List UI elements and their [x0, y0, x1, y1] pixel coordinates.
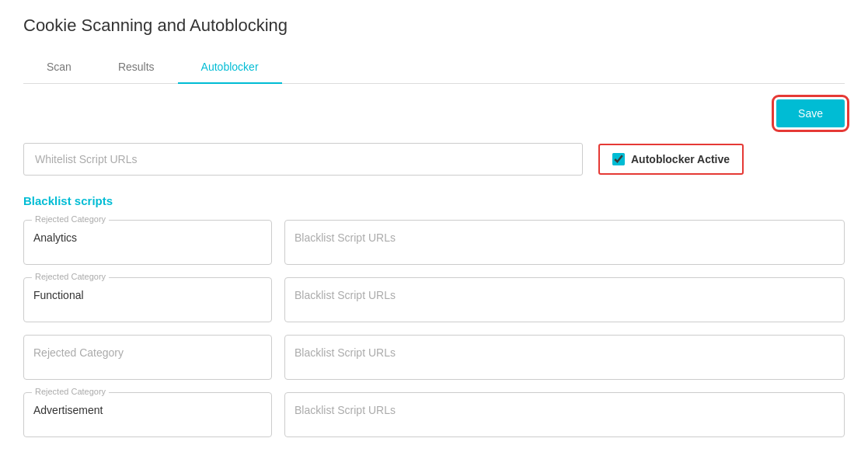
category-field-empty: Rejected Category	[23, 335, 272, 380]
table-row: Rejected Category Blacklist Script URLs	[23, 335, 845, 380]
category-value-analytics: Analytics	[33, 231, 262, 244]
tab-results[interactable]: Results	[95, 51, 178, 84]
save-button[interactable]: Save	[776, 99, 845, 127]
whitelist-input[interactable]	[23, 143, 583, 176]
url-field-analytics: Blacklist Script URLs	[284, 220, 845, 265]
url-placeholder-advertisement: Blacklist Script URLs	[295, 404, 835, 416]
url-field-functional: Blacklist Script URLs	[284, 277, 845, 322]
url-field-empty: Blacklist Script URLs	[284, 335, 845, 380]
category-field-functional: Rejected Category Functional	[23, 277, 272, 322]
category-label: Rejected Category	[32, 272, 109, 281]
tabs-container: Scan Results Autoblocker	[23, 51, 845, 84]
url-field-advertisement: Blacklist Script URLs	[284, 392, 845, 437]
page-title: Cookie Scanning and Autoblocking	[23, 16, 845, 36]
url-placeholder-functional: Blacklist Script URLs	[295, 289, 835, 301]
whitelist-row: Autoblocker Active	[23, 143, 845, 176]
category-value-functional: Functional	[33, 289, 262, 301]
autoblocker-label: Autoblocker Active	[631, 153, 730, 165]
category-placeholder-empty: Rejected Category	[33, 346, 262, 359]
category-value-advertisement: Advertisement	[33, 404, 262, 416]
url-placeholder-analytics: Blacklist Script URLs	[295, 231, 835, 244]
category-label: Rejected Category	[32, 387, 109, 396]
toolbar: Save	[23, 99, 845, 127]
url-placeholder-empty: Blacklist Script URLs	[295, 346, 835, 359]
autoblocker-checkbox[interactable]	[612, 153, 625, 165]
table-row: Rejected Category Advertisement Blacklis…	[23, 392, 845, 437]
blacklist-rows: Rejected Category Analytics Blacklist Sc…	[23, 220, 845, 437]
page-container: Cookie Scanning and Autoblocking Scan Re…	[0, 0, 868, 453]
tab-scan[interactable]: Scan	[23, 51, 95, 84]
tab-autoblocker[interactable]: Autoblocker	[178, 51, 282, 84]
table-row: Rejected Category Functional Blacklist S…	[23, 277, 845, 322]
autoblocker-active-container: Autoblocker Active	[598, 144, 744, 175]
blacklist-section-title: Blacklist scripts	[23, 194, 845, 207]
table-row: Rejected Category Analytics Blacklist Sc…	[23, 220, 845, 265]
category-field-analytics: Rejected Category Analytics	[23, 220, 272, 265]
category-field-advertisement: Rejected Category Advertisement	[23, 392, 272, 437]
category-label: Rejected Category	[32, 214, 109, 224]
